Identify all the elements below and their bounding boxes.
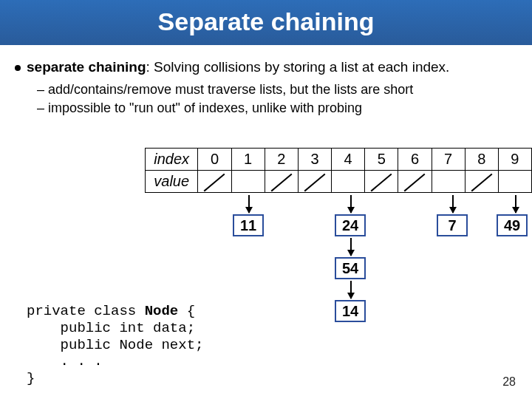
code-line: . . . bbox=[27, 353, 103, 369]
index-cell: 3 bbox=[298, 149, 331, 171]
chain-node: 11 bbox=[233, 214, 264, 236]
code-snippet: private class Node { public int data; pu… bbox=[27, 303, 203, 387]
value-label: value bbox=[146, 171, 198, 193]
index-cell: 6 bbox=[398, 149, 432, 171]
term: separate chaining bbox=[27, 59, 146, 75]
index-cell: 2 bbox=[265, 149, 298, 171]
main-bullet: separate chaining: Solving collisions by… bbox=[13, 58, 519, 76]
arrow-icon bbox=[515, 195, 516, 213]
index-row: index 0 1 2 3 4 5 6 7 8 9 bbox=[146, 149, 532, 171]
code-line: private class bbox=[27, 303, 145, 319]
value-cell bbox=[265, 171, 298, 193]
hash-table: index 0 1 2 3 4 5 6 7 8 9 value bbox=[145, 148, 532, 193]
value-cell bbox=[398, 171, 432, 193]
code-line: public int data; bbox=[27, 320, 195, 336]
null-slash-icon bbox=[466, 171, 498, 192]
index-cell: 8 bbox=[465, 149, 498, 171]
bullet-text: separate chaining: Solving collisions by… bbox=[27, 58, 449, 76]
arrow-icon bbox=[350, 281, 352, 299]
null-slash-icon bbox=[365, 171, 398, 192]
index-cell: 5 bbox=[365, 149, 398, 171]
slide-title: Separate chaining bbox=[0, 0, 532, 50]
arrow-icon bbox=[350, 238, 352, 256]
index-cell: 0 bbox=[198, 149, 231, 171]
chain-node: 49 bbox=[497, 214, 528, 236]
value-cell bbox=[231, 171, 265, 193]
bullet-dot-icon bbox=[15, 65, 21, 71]
code-classname: Node bbox=[145, 303, 179, 319]
code-line: } bbox=[27, 370, 35, 386]
value-cell bbox=[465, 171, 498, 193]
dash-item: impossible to "run out" of indexes, unli… bbox=[37, 99, 519, 117]
value-cell bbox=[332, 171, 365, 193]
arrow-icon bbox=[350, 195, 352, 213]
arrow-icon bbox=[248, 195, 250, 213]
chain-node: 54 bbox=[335, 257, 366, 279]
value-cell bbox=[498, 171, 531, 193]
value-row: value bbox=[146, 171, 532, 193]
chain-node: 14 bbox=[335, 300, 366, 322]
null-slash-icon bbox=[299, 171, 331, 192]
index-cell: 7 bbox=[432, 149, 465, 171]
index-cell: 9 bbox=[498, 149, 531, 171]
dash-list: add/contains/remove must traverse lists,… bbox=[37, 81, 519, 117]
index-cell: 1 bbox=[231, 149, 265, 171]
null-slash-icon bbox=[198, 171, 231, 192]
bullet-rest: : Solving collisions by storing a list a… bbox=[146, 59, 450, 75]
value-cell bbox=[432, 171, 465, 193]
value-cell bbox=[198, 171, 231, 193]
arrow-icon bbox=[452, 195, 454, 213]
null-slash-icon bbox=[398, 171, 431, 192]
value-cell bbox=[298, 171, 331, 193]
index-cell: 4 bbox=[332, 149, 365, 171]
index-label: index bbox=[146, 149, 198, 171]
chain-node: 24 bbox=[335, 214, 366, 236]
chain-node: 7 bbox=[437, 214, 468, 236]
null-slash-icon bbox=[265, 171, 298, 192]
code-line: { bbox=[178, 303, 195, 319]
code-line: public Node next; bbox=[27, 337, 203, 353]
page-number: 28 bbox=[502, 375, 516, 389]
value-cell bbox=[365, 171, 398, 193]
dash-item: add/contains/remove must traverse lists,… bbox=[37, 81, 519, 98]
